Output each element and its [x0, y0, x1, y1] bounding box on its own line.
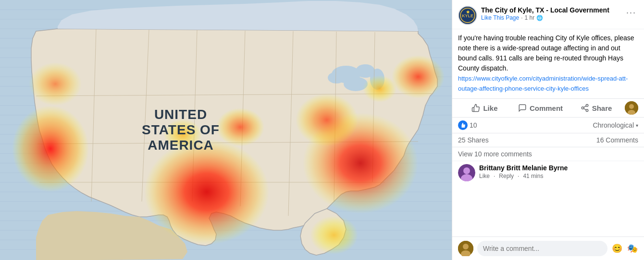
post-link[interactable]: https://www.cityofkyle.com/cityadministr… [458, 75, 628, 92]
svg-point-62 [629, 104, 634, 109]
svg-point-57 [582, 107, 584, 109]
map-section: UNITED STATES OF AMERICA [0, 0, 452, 260]
page-avatar[interactable]: KYLE ⭐ [458, 6, 477, 25]
us-map [0, 0, 452, 260]
page-name[interactable]: The City of Kyle, TX - Local Government [481, 6, 624, 14]
like-reaction-badge [458, 120, 468, 130]
comment-button[interactable]: Comment [513, 101, 568, 115]
globe-icon: 🌐 [536, 15, 543, 21]
comment-meta: Like · Reply · 41 mins [479, 173, 638, 179]
time-ago: 1 hr [525, 14, 535, 21]
like-page-label[interactable]: Like This Page [481, 14, 519, 21]
svg-point-31 [328, 72, 345, 83]
comments-count[interactable]: 16 Comments [596, 136, 638, 144]
like-icon [471, 104, 480, 112]
post-meta: Like This Page · 1 hr 🌐 [481, 14, 624, 21]
share-icon [581, 104, 589, 112]
current-user-avatar [458, 241, 473, 256]
comment-like-btn[interactable]: Like [479, 173, 490, 179]
thumbs-up-small-icon [460, 122, 466, 128]
svg-text:⭐: ⭐ [466, 10, 470, 14]
page-info: The City of Kyle, TX - Local Government … [477, 6, 624, 21]
shares-count[interactable]: 25 Shares [458, 136, 489, 144]
view-more-comments[interactable]: View 10 more comments [452, 147, 644, 161]
shares-comments-row: 25 Shares 16 Comments [452, 133, 644, 147]
post-header: KYLE ⭐ The City of Kyle, TX - Local Gove… [452, 0, 644, 29]
svg-text:KYLE: KYLE [462, 13, 473, 18]
action-bar: Like Comment Share [452, 98, 644, 118]
svg-point-56 [586, 105, 588, 107]
more-options-button[interactable]: ··· [624, 6, 638, 20]
commenter-avatar[interactable] [458, 164, 475, 181]
reaction-count[interactable]: 10 [470, 121, 477, 129]
write-comment-area: 😊 🎭 [452, 236, 644, 260]
svg-point-68 [463, 244, 469, 249]
user-avatar[interactable] [625, 101, 638, 115]
chevron-down-icon: ▾ [636, 123, 638, 128]
comment-tagged[interactable]: Melanie Byrne [522, 164, 568, 172]
comment-icon [518, 104, 527, 112]
post-body: If you're having trouble reaching City o… [452, 29, 644, 98]
svg-point-58 [586, 109, 588, 112]
comment-time: 41 mins [523, 173, 543, 179]
svg-line-59 [583, 108, 586, 110]
svg-point-65 [463, 167, 470, 174]
post-text: If you're having trouble reaching City o… [458, 34, 634, 72]
emoji-button[interactable]: 😊 [611, 243, 623, 254]
stats-bar: 10 Chronological ▾ [452, 118, 644, 133]
like-count: 10 [458, 120, 477, 130]
comment-content: Brittany Britt Melanie Byrne Like · Repl… [479, 164, 638, 179]
svg-line-60 [583, 106, 586, 107]
comment-input[interactable] [477, 241, 607, 256]
svg-point-30 [344, 77, 368, 91]
chronological-selector[interactable]: Chronological ▾ [593, 121, 638, 129]
sticker-button[interactable]: 🎭 [627, 243, 638, 254]
svg-point-29 [370, 69, 384, 90]
comment-reply-btn[interactable]: Reply [499, 173, 514, 179]
comment-row: Brittany Britt Melanie Byrne Like · Repl… [452, 161, 644, 184]
commenter-name[interactable]: Brittany Britt [479, 164, 520, 172]
like-button[interactable]: Like [458, 101, 511, 115]
post-panel: KYLE ⭐ The City of Kyle, TX - Local Gove… [452, 0, 644, 260]
share-button[interactable]: Share [570, 101, 623, 115]
